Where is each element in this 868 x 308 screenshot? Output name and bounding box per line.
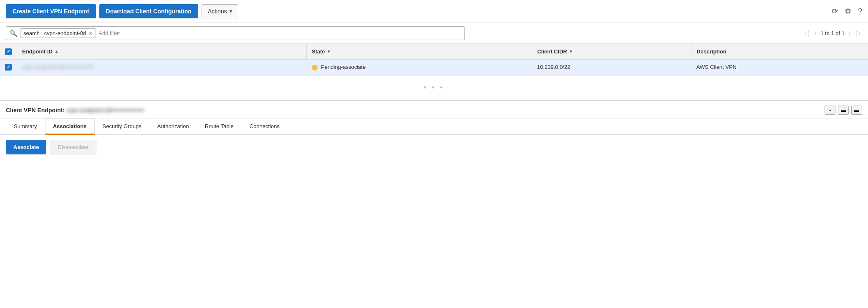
search-icon: 🔍 xyxy=(10,30,18,37)
sort-icon[interactable]: ▲ xyxy=(54,49,59,54)
search-tag-close-icon[interactable]: ✕ xyxy=(88,30,93,36)
gear-icon[interactable]: ⚙ xyxy=(845,7,851,16)
table-row[interactable]: cvpn-endpoint-0d•••••••••••••••• Pending… xyxy=(0,59,868,75)
help-icon[interactable]: ? xyxy=(858,7,862,16)
pagination-next-button[interactable]: ⟩ xyxy=(846,29,852,38)
actions-button[interactable]: Actions ▾ xyxy=(202,4,238,18)
pagination-last-button[interactable]: ⟩⟩ xyxy=(854,29,862,38)
row-checkbox[interactable] xyxy=(5,64,12,71)
detail-view-actions: ▪ ▬ ▬ xyxy=(825,106,862,115)
panel-spacer: • • • xyxy=(0,76,868,101)
search-tag[interactable]: search : cvpn-endpoint-0d ✕ xyxy=(20,28,96,38)
row-cidr: 10.239.0.0/22 xyxy=(532,59,691,75)
view-btn-1[interactable]: ▪ xyxy=(825,106,835,115)
search-tag-text: search : cvpn-endpoint-0d xyxy=(23,30,86,36)
status-dot-icon xyxy=(312,65,318,71)
detail-header: Client VPN Endpoint: cvpn-endpoint-0d•••… xyxy=(0,101,868,119)
row-state: Pending-associate xyxy=(307,59,532,75)
tab-authorization[interactable]: Authorization xyxy=(149,119,197,135)
disassociate-button: Disassociate xyxy=(50,140,96,154)
pagination-text: 1 to 1 of 1 xyxy=(820,30,845,36)
col-description: Description xyxy=(691,44,868,59)
row-description: AWS Client VPN xyxy=(691,59,868,75)
endpoints-table: Endpoint ID ▲ State ▾ Client CIDR ▾ xyxy=(0,44,868,75)
search-outer: 🔍 search : cvpn-endpoint-0d ✕ Add filter xyxy=(6,26,465,40)
col-client-cidr-label: Client CIDR xyxy=(537,48,567,55)
create-vpn-endpoint-button[interactable]: Create Client VPN Endpoint xyxy=(6,4,96,18)
actions-label: Actions xyxy=(208,8,227,15)
tab-connections[interactable]: Connections xyxy=(242,119,288,135)
actions-chevron-icon: ▾ xyxy=(230,8,232,14)
row-state-value: Pending-associate xyxy=(321,64,366,70)
view-btn-3[interactable]: ▬ xyxy=(851,106,862,115)
col-description-label: Description xyxy=(696,48,727,55)
col-state: State ▾ xyxy=(307,44,532,59)
row-checkbox-cell xyxy=(0,59,17,75)
panel-buttons: Associate Disassociate xyxy=(0,135,868,159)
detail-title-label: Client VPN Endpoint: xyxy=(6,107,65,114)
toolbar-right: ⟳ ⚙ ? xyxy=(832,7,862,16)
endpoint-id-value: cvpn-endpoint-0d•••••••••••••••• xyxy=(22,64,94,70)
tabs: Summary Associations Security Groups Aut… xyxy=(0,119,868,135)
cidr-filter-icon[interactable]: ▾ xyxy=(570,49,572,54)
col-endpoint-id: Endpoint ID ▲ xyxy=(17,44,307,59)
pagination-prev-button[interactable]: ⟨ xyxy=(813,29,819,38)
pagination: ⟨⟨ ⟨ 1 to 1 of 1 ⟩ ⟩⟩ xyxy=(803,29,862,38)
tab-associations[interactable]: Associations xyxy=(45,119,95,135)
state-filter-icon[interactable]: ▾ xyxy=(328,49,330,54)
col-state-label: State xyxy=(312,48,325,55)
associate-button[interactable]: Associate xyxy=(6,140,46,154)
select-all-checkbox[interactable] xyxy=(5,48,12,55)
tab-route-table[interactable]: Route Table xyxy=(197,119,242,135)
refresh-icon[interactable]: ⟳ xyxy=(832,7,838,16)
table-container: Endpoint ID ▲ State ▾ Client CIDR ▾ xyxy=(0,44,868,76)
tab-security-groups[interactable]: Security Groups xyxy=(95,119,149,135)
add-filter-label[interactable]: Add filter xyxy=(98,30,120,36)
download-config-button[interactable]: Download Client Configuration xyxy=(99,4,198,18)
header-checkbox-cell xyxy=(0,44,17,59)
col-endpoint-id-label: Endpoint ID xyxy=(22,48,53,55)
panel-dots: • • • xyxy=(424,83,444,92)
tab-summary[interactable]: Summary xyxy=(6,119,45,135)
detail-title: Client VPN Endpoint: cvpn-endpoint-0d•••… xyxy=(6,107,144,114)
pagination-first-button[interactable]: ⟨⟨ xyxy=(803,29,811,38)
view-btn-2[interactable]: ▬ xyxy=(838,106,849,115)
table-header-row: Endpoint ID ▲ State ▾ Client CIDR ▾ xyxy=(0,44,868,59)
toolbar: Create Client VPN Endpoint Download Clie… xyxy=(0,0,868,23)
detail-title-id: cvpn-endpoint-0d•••••••••••••••• xyxy=(66,107,144,114)
row-endpoint-id: cvpn-endpoint-0d•••••••••••••••• xyxy=(17,59,307,75)
search-bar: 🔍 search : cvpn-endpoint-0d ✕ Add filter… xyxy=(0,23,868,44)
col-client-cidr: Client CIDR ▾ xyxy=(532,44,691,59)
